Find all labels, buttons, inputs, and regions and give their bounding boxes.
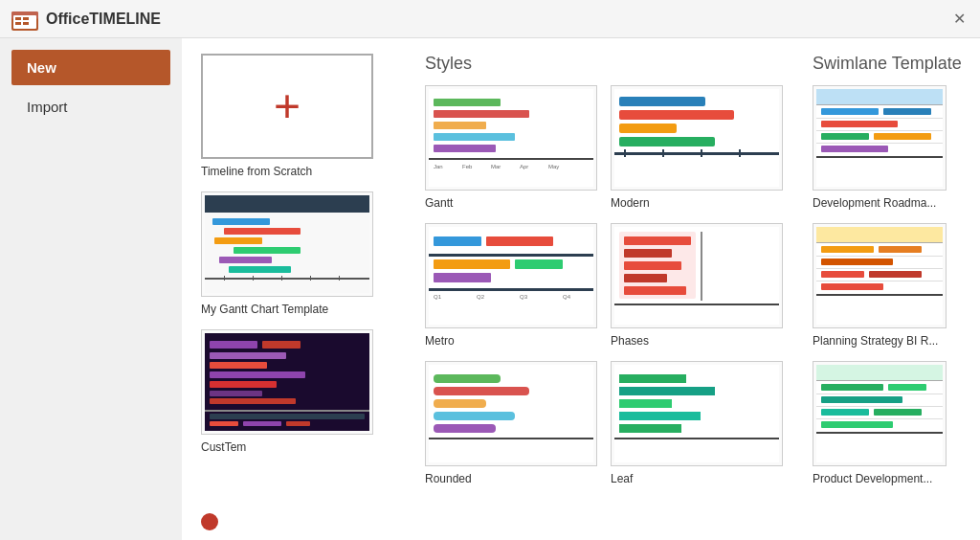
template-label-swim2: Planning Strategy BI R...	[813, 334, 961, 348]
close-button[interactable]: ✕	[949, 10, 969, 29]
template-label-swim1: Development Roadma...	[813, 196, 961, 210]
svg-rect-52	[614, 152, 779, 155]
svg-rect-82	[434, 412, 515, 420]
svg-rect-81	[434, 399, 486, 408]
svg-rect-80	[434, 387, 529, 395]
svg-rect-77	[701, 232, 702, 301]
svg-rect-23	[262, 341, 301, 349]
svg-rect-5	[15, 22, 21, 25]
template-swim3[interactable]: Product Development...	[813, 361, 961, 485]
svg-rect-53	[624, 149, 626, 157]
svg-rect-13	[219, 257, 272, 263]
svg-rect-72	[624, 249, 672, 258]
svg-rect-31	[210, 414, 365, 419]
template-label-my-gantt: My Gantt Chart Template	[201, 303, 383, 316]
svg-rect-93	[816, 89, 943, 104]
import-button[interactable]: Import	[11, 89, 170, 124]
swimlane-title: Swimlane Templates	[813, 54, 961, 74]
svg-rect-129	[821, 421, 893, 428]
svg-rect-8	[205, 195, 369, 213]
template-thumb-my-gantt	[201, 191, 373, 297]
template-rounded[interactable]: Rounded	[425, 361, 597, 485]
svg-rect-95	[821, 108, 879, 115]
template-modern[interactable]: Modern	[611, 85, 783, 210]
svg-rect-29	[210, 398, 296, 404]
svg-rect-12	[234, 247, 301, 254]
svg-rect-103	[821, 146, 888, 152]
template-metro[interactable]: Q1 Q2 Q3 Q4 Metro	[425, 223, 597, 348]
svg-rect-33	[243, 421, 281, 426]
svg-rect-128	[816, 418, 943, 419]
template-thumb-phases	[611, 223, 783, 328]
svg-rect-34	[286, 421, 310, 426]
svg-rect-86	[619, 374, 686, 383]
template-phases[interactable]: Phases	[611, 223, 783, 348]
template-my-gantt[interactable]: My Gantt Chart Template	[201, 191, 383, 316]
template-thumb-metro: Q1 Q2 Q3 Q4	[425, 223, 597, 328]
svg-rect-130	[816, 432, 943, 434]
svg-rect-63	[434, 273, 491, 282]
svg-rect-115	[816, 281, 943, 281]
svg-rect-24	[210, 352, 286, 359]
svg-rect-74	[624, 274, 667, 282]
svg-rect-62	[515, 259, 563, 269]
svg-rect-124	[821, 396, 902, 403]
svg-rect-27	[210, 381, 277, 388]
svg-rect-126	[821, 409, 869, 416]
plus-icon: +	[274, 83, 301, 129]
svg-rect-117	[816, 294, 943, 296]
svg-rect-26	[210, 371, 305, 378]
svg-rect-89	[619, 412, 701, 420]
svg-rect-90	[619, 424, 681, 433]
svg-rect-119	[816, 365, 943, 380]
svg-rect-50	[619, 124, 677, 133]
svg-text:Q3: Q3	[520, 294, 528, 300]
svg-rect-51	[619, 137, 715, 146]
sidebar: New Import	[0, 38, 182, 540]
template-label-metro: Metro	[425, 334, 597, 348]
template-label-phases: Phases	[611, 334, 783, 348]
template-gantt[interactable]: Jan Feb Mar Apr May Gantt	[425, 85, 597, 210]
template-scratch[interactable]: + Timeline from Scratch	[201, 54, 383, 178]
svg-rect-75	[624, 286, 686, 295]
new-button[interactable]: New	[11, 50, 170, 85]
svg-rect-59	[434, 236, 481, 246]
svg-rect-58	[429, 254, 593, 257]
svg-rect-76	[614, 304, 779, 305]
svg-text:Mar: Mar	[491, 164, 501, 169]
scroll-indicator	[201, 513, 218, 530]
svg-rect-100	[821, 133, 869, 140]
svg-rect-64	[429, 288, 593, 291]
template-label-custom: CustTem	[201, 440, 383, 454]
svg-rect-60	[486, 236, 553, 246]
template-swim2[interactable]: Planning Strategy BI R...	[813, 223, 961, 348]
svg-rect-37	[434, 110, 529, 118]
template-label-leaf: Leaf	[611, 472, 783, 485]
svg-rect-84	[429, 438, 593, 439]
svg-rect-6	[23, 22, 29, 25]
template-swim1[interactable]: Development Roadma...	[813, 85, 961, 210]
svg-rect-18	[281, 276, 282, 281]
logo-icon	[11, 8, 38, 31]
template-label-modern: Modern	[611, 196, 783, 210]
svg-rect-112	[816, 268, 943, 269]
svg-rect-113	[821, 271, 864, 278]
svg-rect-3	[15, 17, 21, 20]
svg-rect-110	[816, 256, 943, 257]
svg-rect-88	[619, 399, 672, 408]
svg-rect-109	[879, 246, 922, 253]
svg-rect-94	[816, 104, 943, 105]
svg-rect-41	[429, 158, 593, 160]
svg-rect-79	[434, 374, 501, 383]
svg-rect-49	[619, 110, 734, 120]
template-leaf[interactable]: Leaf	[611, 361, 783, 485]
app-window: OfficeTIMELINE ✕ New Import	[0, 0, 980, 540]
main-content: New Import + Timeline from Scratch	[0, 38, 980, 540]
svg-rect-40	[434, 145, 496, 152]
svg-rect-97	[816, 118, 943, 119]
template-custom[interactable]: CustTem	[201, 329, 383, 454]
svg-text:May: May	[548, 164, 559, 169]
left-templates-section: + Timeline from Scratch	[201, 54, 402, 485]
svg-rect-71	[624, 236, 691, 245]
svg-rect-10	[224, 228, 301, 235]
